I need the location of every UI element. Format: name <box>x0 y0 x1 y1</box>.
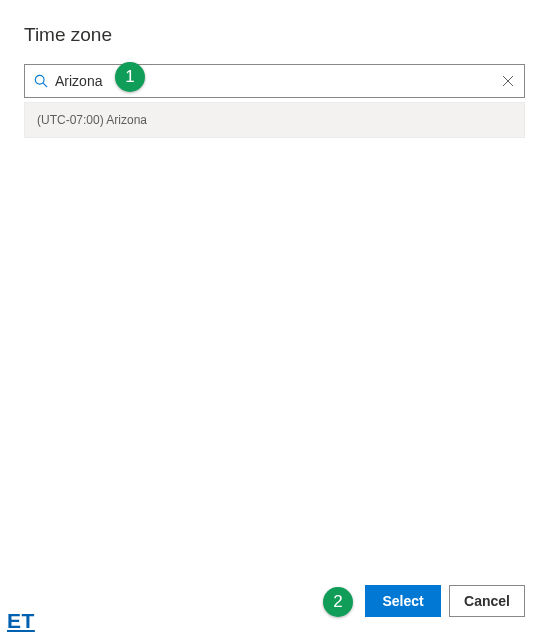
results-list: (UTC-07:00) Arizona <box>24 102 525 138</box>
search-field[interactable] <box>24 64 525 98</box>
page-title: Time zone <box>24 24 525 46</box>
svg-line-1 <box>43 83 47 87</box>
search-input[interactable] <box>55 65 500 97</box>
search-icon <box>33 73 49 89</box>
cancel-button[interactable]: Cancel <box>449 585 525 617</box>
clear-icon[interactable] <box>500 73 516 89</box>
dialog-footer: Select Cancel <box>365 585 525 617</box>
svg-point-0 <box>35 75 44 84</box>
watermark: ET <box>7 609 35 633</box>
select-button[interactable]: Select <box>365 585 441 617</box>
list-item[interactable]: (UTC-07:00) Arizona <box>24 102 525 138</box>
timezone-dialog: Time zone (UTC-07:00) Arizona Select Can… <box>0 0 549 637</box>
